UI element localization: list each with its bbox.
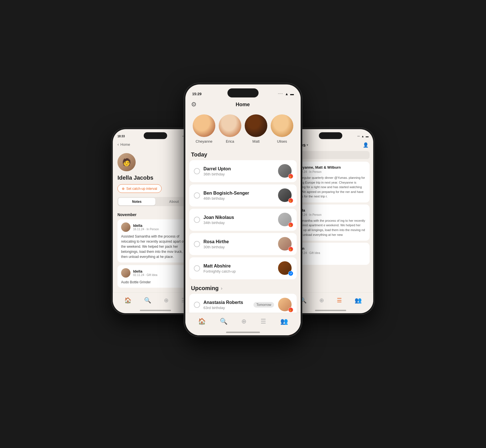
home-indicator-left [140,310,171,311]
nav-home-left[interactable]: 🏠 [124,297,131,304]
dynamic-island-left [144,132,167,139]
signal-icon-right: ··· [357,135,360,138]
nav-home-center[interactable]: 🏠 [198,318,206,325]
search-bar-right[interactable]: ch [292,151,370,159]
birthday-name-ben: Ben Bogisich-Senger [203,191,275,196]
note-date-2: 02.11.24 · Gift Idea [133,273,190,276]
notes-dropdown-icon[interactable]: ▾ [307,143,308,147]
notes-note-idella[interactable]: Idella 20.12.24 · In Person d Samantha w… [292,205,370,241]
battery-icon-right: ▬ [366,135,368,138]
note-meta-1: Idella 16.11.24 · In Person [133,223,190,231]
nav-notes-right[interactable]: ☰ [337,297,342,304]
time-center: 15:29 [192,92,201,96]
nav-add-center[interactable]: ⊕ [241,318,246,325]
nav-search-center[interactable]: 🔍 [220,318,227,325]
gift-icon-ben: 🎁 [288,198,293,203]
back-arrow-icon: ‹ [118,142,119,147]
notes-note-date-3: 04.12.24 · Gift Idea [296,251,366,255]
note-avatar-1 [121,223,131,232]
notes-note-text-2: d Samantha with the process of ing to he… [296,218,366,237]
notes-note-cheyanne[interactable]: Cheyanne, Matt & Wilburn 26.12.24 · In P… [292,162,370,202]
checkbox-matt[interactable] [194,265,200,271]
nav-people-right[interactable]: 👥 [355,297,362,304]
person-icon-right[interactable]: 👤 [363,142,368,148]
notes-note-title-3: John [296,246,366,251]
center-title: Home [236,102,250,108]
checkbox-ben[interactable] [194,192,200,199]
center-header: ⚙ Home [185,99,301,112]
note-date-1: 16.11.24 · In Person [133,228,190,231]
home-indicator-center [226,332,260,333]
contact-name-cheyanne: Cheyanne [196,139,212,143]
notes-note-text-1: our regular quarterly dinner @Yumas. pla… [296,175,366,199]
upcoming-arrow-icon[interactable]: › [221,286,222,291]
gift-icon-darrel: 🎁 [288,174,293,179]
avatar-ulises [271,114,293,137]
phone-center: 15:29 ···· ▲ ▬ ⚙ Home [184,83,302,337]
birthday-avatar-darrel: 🎁 [278,164,292,178]
birthday-item-darrel[interactable]: Darrel Upton 36th birthday 🎁 [189,160,297,182]
birthday-item-ben[interactable]: Ben Bogisich-Senger 46th birthday 🎁 [189,184,297,206]
today-section-title: Today [185,149,301,160]
gift-icon-rosa: 🎁 [288,247,293,252]
nav-search-left[interactable]: 🔍 [144,297,151,304]
note-item-2: Idella 02.11.24 · Gift Idea Audo Bottle … [118,265,194,288]
birthday-avatar-rosa: 🎁 [278,237,292,251]
note-meta-2: Idella 02.11.24 · Gift Idea [133,269,190,277]
birthday-avatar-joan: 🎁 [278,213,292,227]
nav-add-right[interactable]: ⊕ [319,297,324,304]
contact-name-matt: Matt [252,139,259,143]
nav-people-center[interactable]: 👥 [280,318,288,325]
checkbox-rosa[interactable] [194,241,200,247]
note-author-2: Idella [133,269,190,273]
month-november: November [118,210,194,219]
avatar-erica [219,114,241,137]
birthday-avatar-anastasia: 🎁 [278,298,292,312]
back-label: Home [120,142,130,147]
birthday-item-joan[interactable]: Joan Nikolaus 34th birthday 🎁 [189,209,297,231]
contact-name-erica: Erica [226,139,234,143]
notes-note-text-3: rizon [296,256,366,261]
upcoming-section-header: Upcoming › [185,282,301,294]
gear-icon[interactable]: ⚙ [191,101,197,108]
birthday-name-rosa: Rosa Hirthe [203,239,275,244]
upcoming-title: Upcoming [191,285,219,292]
contact-erica[interactable]: Erica [219,114,241,143]
birthday-sub-matt-a: Fortnightly catch-up [203,269,275,273]
checkbox-anastasia[interactable] [194,302,200,308]
birthday-name-matt-a: Matt Abshire [203,264,275,269]
avatar-cheyanne [193,114,215,137]
notes-note-title-1: Cheyanne, Matt & Wilburn [296,165,366,169]
gift-icon-joan: 🎁 [288,222,293,227]
catchup-icon: ⊕ [122,187,125,191]
upcoming-name-anastasia: Anastasia Roberts [203,300,248,305]
avatar-matt [245,114,267,137]
home-indicator-right [315,310,346,311]
nav-notes-center[interactable]: ☰ [261,318,266,325]
birthday-item-rosa[interactable]: Rosa Hirthe 30th birthday 🎁 [189,233,297,255]
tab-notes[interactable]: Notes [118,198,155,205]
contact-cheyanne[interactable]: Cheyanne [193,114,215,143]
today-list: Darrel Upton 36th birthday 🎁 Ben Bogisic… [185,160,301,279]
birthday-name-darrel: Darrel Upton [203,166,275,171]
contacts-row: Cheyanne Erica Matt Ulises [185,112,301,149]
birthday-sub-rosa: 30th birthday [203,245,275,249]
dynamic-island-center [227,88,259,97]
catchup-button[interactable]: ⊕ Set catch-up interval [118,184,162,193]
note-text-1: Assisted Samantha with the process of re… [121,234,190,259]
notes-note-date-1: 26.12.24 · In Person [296,170,366,173]
checkbox-darrel[interactable] [194,168,200,174]
dynamic-island-right [319,132,342,139]
checkbox-joan[interactable] [194,217,200,223]
contact-matt[interactable]: Matt [245,114,267,143]
contact-ulises[interactable]: Ulises [271,114,293,143]
note-author-1: Idella [133,223,190,228]
wifi-icon-center: ▲ [285,92,288,96]
profile-avatar-left: 🧑 [118,153,136,171]
birthday-item-matt[interactable]: Matt Abshire Fortnightly catch-up ↺ [189,257,297,279]
notes-note-john[interactable]: John 04.12.24 · Gift Idea rizon [292,243,370,265]
note-item-1: Idella 16.11.24 · In Person Assisted Sam… [118,219,194,262]
nav-add-left[interactable]: ⊕ [164,297,169,304]
sync-icon-matt: ↺ [288,271,293,276]
time-left: 18:33 [118,135,125,138]
